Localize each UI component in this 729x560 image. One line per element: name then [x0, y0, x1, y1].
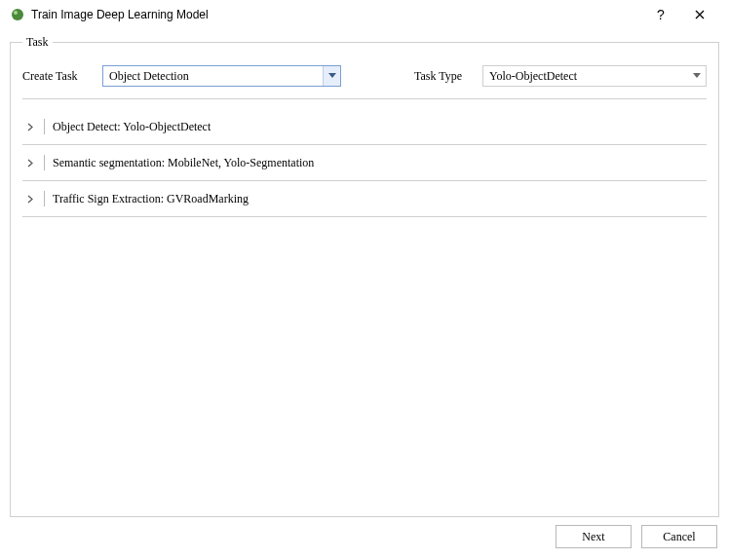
dialog-window: Train Image Deep Learning Model ? Task C…	[0, 0, 729, 560]
list-item: Traffic Sign Extraction: GVRoadMarking	[22, 181, 707, 217]
divider	[22, 98, 707, 99]
list-item: Object Detect: Yolo-ObjectDetect	[22, 109, 707, 145]
task-type-value: Yolo-ObjectDetect	[483, 66, 688, 86]
task-legend: Task	[22, 35, 53, 50]
chevron-down-icon	[688, 66, 706, 86]
create-task-value: Object Detection	[103, 66, 323, 86]
list-item-row[interactable]: Object Detect: Yolo-ObjectDetect	[22, 109, 707, 144]
app-icon	[10, 7, 25, 22]
divider	[22, 216, 707, 217]
button-bar: Next Cancel	[10, 525, 719, 552]
divider	[44, 191, 45, 206]
create-task-label: Create Task	[22, 69, 102, 84]
divider	[44, 155, 45, 170]
list-item-label: Semantic segmentation: MobileNet, Yolo-S…	[53, 156, 314, 170]
task-list: Object Detect: Yolo-ObjectDetect Semanti…	[22, 109, 707, 217]
chevron-down-icon	[323, 66, 340, 86]
chevron-right-icon	[22, 195, 38, 204]
chevron-right-icon	[22, 159, 38, 168]
list-item-label: Traffic Sign Extraction: GVRoadMarking	[53, 192, 249, 206]
next-button[interactable]: Next	[556, 525, 632, 548]
window-title: Train Image Deep Learning Model	[31, 8, 641, 21]
list-item-row[interactable]: Traffic Sign Extraction: GVRoadMarking	[22, 181, 707, 216]
help-button[interactable]: ?	[641, 7, 680, 22]
task-row: Create Task Object Detection Task Type Y…	[22, 65, 707, 87]
svg-marker-5	[693, 73, 701, 78]
list-item-label: Object Detect: Yolo-ObjectDetect	[53, 120, 211, 134]
svg-point-1	[14, 11, 18, 15]
svg-marker-4	[328, 73, 336, 78]
task-type-label: Task Type	[414, 69, 482, 84]
content-area: Task Create Task Object Detection Task T…	[0, 29, 729, 560]
list-item-row[interactable]: Semantic segmentation: MobileNet, Yolo-S…	[22, 145, 707, 180]
task-group: Task Create Task Object Detection Task T…	[10, 35, 719, 517]
cancel-button[interactable]: Cancel	[641, 525, 717, 548]
close-button[interactable]	[680, 7, 719, 22]
svg-point-0	[12, 9, 23, 20]
titlebar: Train Image Deep Learning Model ?	[0, 0, 729, 29]
list-item: Semantic segmentation: MobileNet, Yolo-S…	[22, 145, 707, 181]
divider	[44, 119, 45, 134]
task-type-dropdown[interactable]: Yolo-ObjectDetect	[482, 65, 707, 87]
chevron-right-icon	[22, 123, 38, 131]
create-task-dropdown[interactable]: Object Detection	[102, 65, 341, 87]
